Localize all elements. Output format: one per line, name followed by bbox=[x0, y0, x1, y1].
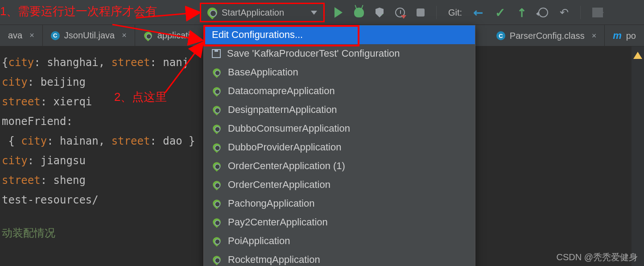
tab-jsonutil[interactable]: C JsonUtil.java × bbox=[43, 25, 135, 46]
stop-icon[interactable] bbox=[417, 8, 425, 17]
separator bbox=[436, 6, 437, 19]
build-icon[interactable] bbox=[592, 8, 603, 17]
close-icon[interactable]: × bbox=[29, 31, 34, 40]
annotation-text-2: 2、点这里 bbox=[114, 89, 167, 105]
menu-run-config[interactable]: BaseApplication bbox=[204, 63, 475, 82]
menu-run-config[interactable]: OrderCenterApplication bbox=[204, 175, 475, 194]
close-icon[interactable]: × bbox=[122, 31, 127, 40]
menu-label: Save 'KafkaProducerTest' Configuration bbox=[227, 48, 400, 59]
menu-label: Edit Configurations... bbox=[212, 29, 303, 41]
debug-icon[interactable] bbox=[354, 8, 364, 17]
tab-label: applicatio bbox=[157, 30, 195, 41]
menu-edit-configurations[interactable]: Edit Configurations... bbox=[204, 25, 475, 44]
menu-label: BaseApplication bbox=[228, 66, 298, 78]
editor-tabs-right: C ParserConfig.class × m po bbox=[488, 25, 644, 46]
profile-icon[interactable] bbox=[395, 8, 405, 17]
git-pull-icon[interactable]: ↙ bbox=[470, 4, 487, 21]
tab-pom[interactable]: m po bbox=[605, 25, 644, 46]
menu-label: DesignpatternApplication bbox=[228, 104, 337, 116]
menu-label: PoiApplication bbox=[228, 235, 290, 247]
tab-label: ava bbox=[8, 30, 22, 41]
spring-boot-icon bbox=[213, 106, 221, 114]
coverage-icon[interactable] bbox=[376, 8, 384, 17]
menu-run-config[interactable]: DatacomapreApplication bbox=[204, 82, 475, 100]
spring-boot-icon bbox=[213, 87, 221, 95]
spring-boot-icon bbox=[213, 125, 221, 133]
menu-label: RocketmqApplication bbox=[228, 254, 320, 266]
chevron-down-icon bbox=[311, 11, 317, 15]
watermark: CSDN @秃秃爱健身 bbox=[556, 251, 638, 263]
spring-boot-icon bbox=[213, 237, 221, 245]
menu-run-config[interactable]: PachongApplication bbox=[204, 194, 475, 213]
spring-boot-icon bbox=[213, 200, 221, 208]
run-config-selector[interactable]: StartApplication bbox=[200, 3, 325, 22]
menu-run-config[interactable]: DesignpatternApplication bbox=[204, 100, 475, 119]
git-commit-icon[interactable]: ✓ bbox=[495, 5, 505, 20]
tab-ava[interactable]: ava × bbox=[0, 25, 43, 46]
maven-icon: m bbox=[613, 30, 622, 42]
menu-run-config[interactable]: Pay2CenterApplication bbox=[204, 213, 475, 232]
menu-label: OrderCenterApplication bbox=[228, 179, 330, 191]
git-label: Git: bbox=[448, 8, 462, 18]
spring-boot-icon bbox=[213, 143, 221, 151]
menu-run-config[interactable]: OrderCenterApplication (1) bbox=[204, 157, 475, 175]
menu-label: DubboConsumerApplication bbox=[228, 123, 350, 134]
spring-boot-icon bbox=[213, 181, 221, 189]
spring-boot-icon bbox=[213, 68, 221, 76]
menu-label: Pay2CenterApplication bbox=[228, 216, 328, 228]
spring-boot-icon bbox=[213, 218, 221, 226]
annotation-text-1: 1、需要运行过一次程序才会有 bbox=[0, 4, 157, 19]
menu-label: DubboProviderApplication bbox=[228, 141, 341, 153]
run-icon[interactable] bbox=[334, 7, 343, 18]
save-icon bbox=[212, 49, 221, 58]
separator bbox=[580, 6, 581, 19]
java-class-icon: C bbox=[51, 31, 60, 40]
menu-run-config[interactable]: PoiApplication bbox=[204, 232, 475, 250]
spring-boot-icon bbox=[144, 32, 152, 40]
java-class-locked-icon: C bbox=[496, 31, 505, 40]
menu-label: OrderCenterApplication (1) bbox=[228, 160, 345, 172]
run-config-label: StartApplication bbox=[222, 8, 284, 18]
spring-boot-icon bbox=[213, 256, 221, 264]
editor-gutter bbox=[632, 46, 644, 266]
git-rollback-icon[interactable]: ↶ bbox=[560, 6, 569, 19]
menu-save-configuration[interactable]: Save 'KafkaProducerTest' Configuration bbox=[204, 44, 475, 63]
toolbar-actions: Git: ↙ ✓ ↗ ↶ bbox=[334, 0, 603, 25]
menu-run-config[interactable]: RocketmqApplication bbox=[204, 250, 475, 266]
warning-icon[interactable] bbox=[633, 52, 642, 59]
spring-boot-icon bbox=[207, 8, 217, 17]
menu-label: PachongApplication bbox=[228, 198, 314, 209]
tab-label: po bbox=[626, 31, 636, 41]
git-history-icon[interactable] bbox=[538, 8, 548, 17]
menu-run-config[interactable]: DubboConsumerApplication bbox=[204, 119, 475, 138]
tab-parserconfig[interactable]: C ParserConfig.class × bbox=[488, 25, 605, 46]
close-icon[interactable]: × bbox=[592, 31, 597, 41]
spring-boot-icon bbox=[213, 162, 221, 170]
git-push-icon[interactable]: ↗ bbox=[513, 4, 530, 21]
menu-run-config[interactable]: DubboProviderApplication bbox=[204, 138, 475, 157]
menu-label: DatacomapreApplication bbox=[228, 85, 335, 97]
run-config-dropdown: Edit Configurations... Save 'KafkaProduc… bbox=[203, 25, 475, 266]
tab-label: ParserConfig.class bbox=[510, 31, 585, 41]
tab-label: JsonUtil.java bbox=[64, 30, 115, 41]
